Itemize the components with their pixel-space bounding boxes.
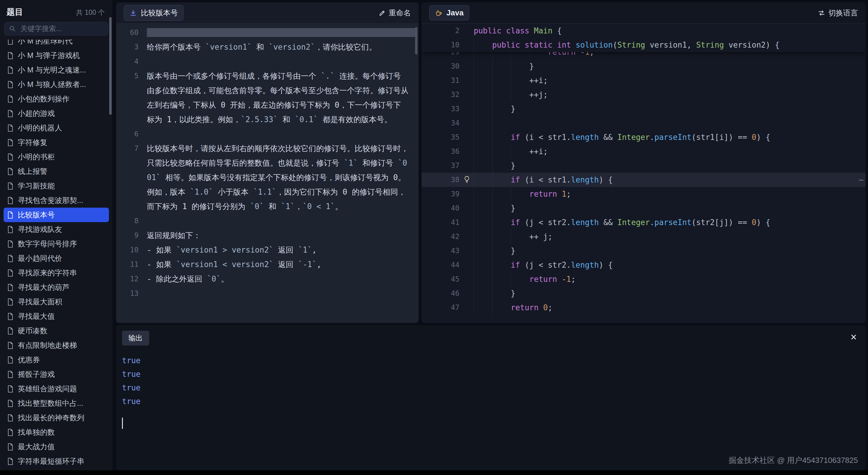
code-line[interactable]: 31++i; xyxy=(422,73,866,88)
description-line[interactable]: 12- 除此之外返回 `0`。 xyxy=(116,272,418,286)
code-line[interactable]: 36++i; xyxy=(422,144,866,159)
sidebar-item[interactable]: 小超的游戏 xyxy=(4,106,109,121)
sidebar-item[interactable]: 找出整型数组中占... xyxy=(4,396,109,410)
sidebar-item[interactable]: 硬币凑数 xyxy=(4,324,109,338)
description-line[interactable]: 10- 如果 `version1 > version2` 返回 `1`, xyxy=(116,243,418,257)
sidebar-item[interactable]: 寻找最大值 xyxy=(4,309,109,324)
sidebar-item-label: 寻找最大面积 xyxy=(18,297,62,307)
code-line[interactable]: 46} xyxy=(422,286,866,301)
sidebar-item-label: 小 M 与弹子游戏机 xyxy=(18,50,80,60)
document-icon xyxy=(7,110,13,117)
output-tab[interactable]: 输出 xyxy=(122,331,149,345)
document-icon xyxy=(7,342,13,349)
code-text: if (j < str2.length) { xyxy=(460,258,866,272)
code-line[interactable]: 44if (j < str2.length) { xyxy=(422,258,866,272)
sidebar-item[interactable]: 最大战力值 xyxy=(4,440,109,454)
code-line[interactable]: 2public class Main { xyxy=(422,24,866,38)
language-badge[interactable]: Java xyxy=(429,5,469,21)
code-line[interactable]: 39return 1; xyxy=(422,187,866,201)
close-icon[interactable]: × xyxy=(850,332,857,342)
sidebar-item[interactable]: 小 M 与光明之魂速... xyxy=(4,63,109,77)
sidebar-item[interactable]: 小 M 与弹子游戏机 xyxy=(4,48,109,63)
code-line[interactable]: 42++ j; xyxy=(422,230,866,244)
document-icon xyxy=(7,197,13,204)
description-text: 版本号由一个或多个修订号组成，各修订号由一个 `.` 连接。每个修订号由多位数字… xyxy=(147,69,418,127)
description-line[interactable]: 7比较版本号时，请按从左到右的顺序依次比较它们的修订号。比较修订号时，只需比较忽… xyxy=(116,141,418,214)
description-scrollbar[interactable] xyxy=(415,27,417,55)
code-line[interactable]: 35if (i < str1.length && Integer.parseIn… xyxy=(422,130,866,144)
sidebar-item[interactable]: 小包的数列操作 xyxy=(4,92,109,106)
sidebar-item[interactable]: 寻找原来的字符串 xyxy=(4,266,109,280)
code-line[interactable]: 38if (i < str1.length) {— xyxy=(422,173,866,187)
code-line[interactable]: 45return -1; xyxy=(422,272,866,286)
sidebar-item[interactable]: 字符串最短循环子串 xyxy=(4,454,109,469)
document-icon xyxy=(7,168,13,175)
lightbulb-icon[interactable] xyxy=(463,175,471,183)
document-icon xyxy=(7,385,13,393)
problem-description[interactable]: 603给你两个版本号 `version1` 和 `version2`，请你比较它… xyxy=(116,24,418,321)
sidebar-item[interactable]: 寻找游戏队友 xyxy=(4,222,109,237)
description-text xyxy=(147,26,418,40)
sidebar-item[interactable]: 小 M 的星球时代 xyxy=(4,40,109,48)
sidebar-item[interactable]: 学习新技能 xyxy=(4,179,109,193)
output-console[interactable]: truetruetruetrue xyxy=(116,347,866,436)
document-icon xyxy=(7,40,13,45)
code-editor[interactable]: 2public class Main {10public static int … xyxy=(422,24,866,323)
line-number: 35 xyxy=(422,130,460,144)
problem-title-badge[interactable]: 比较版本号 xyxy=(124,5,184,21)
sidebar-item[interactable]: 找单独的数 xyxy=(4,425,109,440)
code-line[interactable]: 43} xyxy=(422,244,866,258)
line-number: 60 xyxy=(116,26,147,40)
sidebar-item[interactable]: 字符修复 xyxy=(4,135,109,150)
rename-button[interactable]: 重命名 xyxy=(379,8,411,18)
code-line[interactable]: 32++j; xyxy=(422,88,866,102)
code-line[interactable]: 41if (j < str2.length && Integer.parseIn… xyxy=(422,215,866,230)
description-line[interactable]: 9返回规则如下： xyxy=(116,228,418,243)
code-text: ++i; xyxy=(460,144,866,159)
sidebar-item[interactable]: 比较版本号 xyxy=(4,208,109,222)
description-line[interactable]: 60 xyxy=(116,26,418,40)
code-line[interactable]: 47return 0; xyxy=(422,301,866,315)
line-number: 45 xyxy=(422,272,460,286)
code-line[interactable]: 37} xyxy=(422,159,866,173)
sidebar-scrollbar[interactable] xyxy=(109,17,112,115)
document-icon xyxy=(7,66,13,74)
problem-panel: 比较版本号 重命名 603给你两个版本号 `version1` 和 `versi… xyxy=(116,2,418,323)
sidebar-item[interactable]: 小明的机器人 xyxy=(4,121,109,135)
code-text: if (i < str1.length) { xyxy=(460,173,866,187)
problem-count: 共 100 个 xyxy=(76,8,105,17)
sidebar-item-label: 找出最长的神奇数列 xyxy=(18,413,84,422)
code-line[interactable]: 40} xyxy=(422,201,866,215)
sidebar-item[interactable]: 小 M 与狼人拯救者... xyxy=(4,77,109,92)
sidebar-item[interactable]: 寻找最大的葫芦 xyxy=(4,280,109,295)
sidebar-item[interactable]: 寻找最大面积 xyxy=(4,295,109,309)
description-line[interactable]: 4 xyxy=(116,55,418,69)
sidebar-item[interactable]: 寻找包含斐波那契... xyxy=(4,193,109,208)
sidebar-item[interactable]: 小明的书柜 xyxy=(4,150,109,164)
description-line[interactable]: 3给你两个版本号 `version1` 和 `version2`，请你比较它们。 xyxy=(116,40,418,55)
code-line[interactable]: 10public static int solution(String vers… xyxy=(422,38,866,52)
search-input[interactable] xyxy=(4,22,108,35)
sidebar-item[interactable]: 优惠券 xyxy=(4,352,109,367)
description-line[interactable]: 6 xyxy=(116,127,418,141)
switch-language-button[interactable]: 切换语言 xyxy=(818,8,858,18)
description-line[interactable]: 11- 如果 `version1 < version2` 返回 `-1`, xyxy=(116,257,418,272)
sidebar-item[interactable]: 英雄组合游戏问题 xyxy=(4,381,109,396)
sidebar-item[interactable]: 数字字母问号排序 xyxy=(4,237,109,251)
sidebar-item-label: 小 M 与光明之魂速... xyxy=(18,65,86,75)
line-number: 2 xyxy=(422,24,460,38)
description-line[interactable]: 5版本号由一个或多个修订号组成，各修订号由一个 `.` 连接。每个修订号由多位数… xyxy=(116,69,418,127)
description-line[interactable]: 13 xyxy=(116,286,418,301)
document-icon xyxy=(7,429,13,436)
sidebar-item[interactable]: 线上报警 xyxy=(4,164,109,179)
description-line[interactable]: 8 xyxy=(116,214,418,228)
sidebar-item[interactable]: 最小趋同代价 xyxy=(4,251,109,266)
code-line[interactable]: 34 xyxy=(422,116,866,130)
code-line[interactable]: 33} xyxy=(422,102,866,116)
sidebar-item[interactable]: 摇骰子游戏 xyxy=(4,367,109,381)
sidebar-item[interactable]: 找出最长的神奇数列 xyxy=(4,410,109,425)
rename-label: 重命名 xyxy=(389,8,411,18)
code-line[interactable]: 30} xyxy=(422,59,866,73)
sidebar-item[interactable]: 有点限制地走楼梯 xyxy=(4,338,109,352)
sidebar-item-label: 找单独的数 xyxy=(18,428,55,437)
